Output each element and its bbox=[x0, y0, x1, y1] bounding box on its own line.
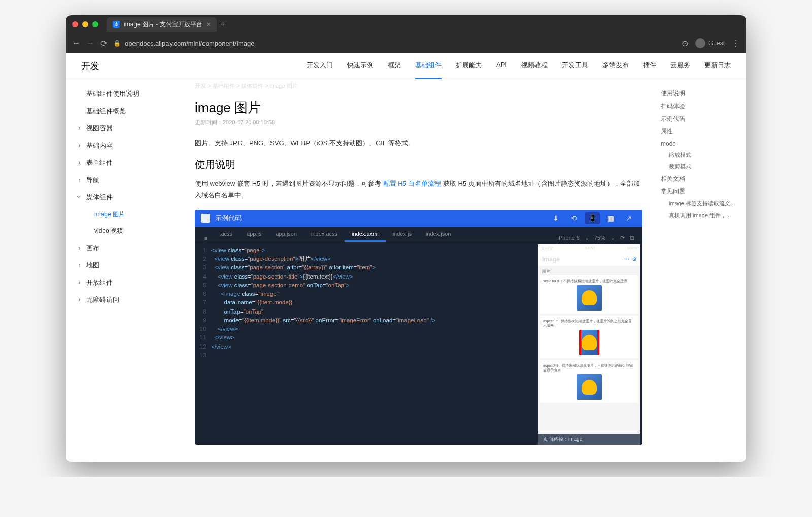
search-icon[interactable]: ⊙ bbox=[682, 39, 688, 48]
url-text: opendocs.alipay.com/mini/component/image bbox=[125, 40, 255, 47]
ide-title: 示例代码 bbox=[215, 214, 242, 223]
qrcode-icon[interactable]: ▦ bbox=[603, 212, 618, 224]
chevron-down-icon[interactable]: ⌄ bbox=[585, 235, 589, 242]
top-nav-item[interactable]: 视频教程 bbox=[521, 53, 548, 79]
forward-button[interactable]: → bbox=[86, 39, 94, 48]
sidebar-item[interactable]: 开放组件 bbox=[66, 274, 183, 291]
ide-panel: 示例代码 ⬇ ⟲ 📱 ▦ ↗ ≡ .acssapp.jsapp.jsoninde… bbox=[195, 210, 642, 445]
top-nav-item[interactable]: 开发工具 bbox=[562, 53, 588, 79]
ide-logo-icon bbox=[201, 214, 210, 223]
ide-toolbar: 示例代码 ⬇ ⟲ 📱 ▦ ↗ bbox=[195, 210, 642, 227]
update-time: 更新时间：2020-07-20 08:10:58 bbox=[195, 119, 642, 126]
ide-file-tab[interactable]: app.json bbox=[268, 227, 304, 242]
toc-subitem[interactable]: image 标签支持读取流文... bbox=[669, 198, 740, 210]
toc-item[interactable]: mode bbox=[661, 138, 740, 149]
whitelist-link[interactable]: 配置 H5 白名单流程 bbox=[383, 180, 442, 187]
avatar-icon bbox=[695, 38, 705, 48]
lock-icon: 🔒 bbox=[113, 40, 121, 47]
phone-icon[interactable]: 📱 bbox=[585, 212, 600, 224]
toc-subitem[interactable]: 缩放模式 bbox=[669, 149, 740, 161]
toc-item[interactable]: 示例代码 bbox=[661, 113, 740, 125]
preview-card: aspectFit：保持纵横比缩放图片，使图片的长边能完全显示出来 bbox=[540, 316, 638, 358]
chevron-down-icon[interactable]: ⌄ bbox=[611, 235, 615, 242]
download-icon[interactable]: ⬇ bbox=[548, 212, 563, 224]
new-tab-button[interactable]: + bbox=[221, 20, 225, 29]
close-tab-icon[interactable]: × bbox=[207, 20, 211, 28]
ide-file-tab[interactable]: .acss bbox=[212, 227, 240, 242]
device-selector[interactable]: iPhone 6 bbox=[558, 235, 580, 241]
toc-item[interactable]: 相关文档 bbox=[661, 173, 740, 185]
toc-item[interactable]: 使用说明 bbox=[661, 87, 740, 100]
sidebar-subitem[interactable]: video 视频 bbox=[94, 223, 183, 239]
sidebar-item[interactable]: 画布 bbox=[66, 239, 183, 257]
sidebar: 基础组件使用说明基础组件概览视图容器基础内容表单组件导航媒体组件image 图片… bbox=[66, 79, 183, 462]
top-nav-item[interactable]: 快速示例 bbox=[347, 53, 374, 79]
grid-icon[interactable]: ⊞ bbox=[630, 235, 634, 242]
top-nav-item[interactable]: 更新日志 bbox=[704, 53, 731, 79]
menu-icon[interactable]: ⋮ bbox=[732, 39, 740, 48]
share-icon[interactable]: ↗ bbox=[621, 212, 636, 224]
profile-button[interactable]: Guest bbox=[695, 38, 725, 48]
toc-subitem[interactable]: 裁剪模式 bbox=[669, 161, 740, 173]
traffic-lights bbox=[72, 21, 98, 27]
top-nav-item[interactable]: 多端发布 bbox=[602, 53, 629, 79]
sidebar-item[interactable]: 导航 bbox=[66, 171, 183, 189]
refresh-icon[interactable]: ⟳ bbox=[620, 235, 625, 242]
tab-title: image 图片 - 支付宝开放平台 bbox=[124, 20, 202, 29]
top-nav-item[interactable]: 云服务 bbox=[670, 53, 690, 79]
device-preview: 支付宝 14:57 100% Image ⋯ ⊙ bbox=[536, 242, 642, 445]
minimize-window-button[interactable] bbox=[82, 21, 88, 27]
toc-item[interactable]: 常见问题 bbox=[661, 185, 740, 198]
top-nav-item[interactable]: 扩展能力 bbox=[456, 53, 482, 79]
ide-file-tab[interactable]: index.axml bbox=[345, 227, 386, 242]
back-button[interactable]: ← bbox=[72, 39, 80, 48]
sidebar-item[interactable]: 基础组件概览 bbox=[66, 102, 183, 120]
close-circle-icon[interactable]: ⊙ bbox=[632, 256, 636, 262]
breadcrumb: 开发 > 基础组件 > 媒体组件 > image 图片 bbox=[195, 79, 642, 93]
section-heading-usage: 使用说明 bbox=[195, 158, 642, 171]
sidebar-item[interactable]: 视图容器 bbox=[66, 120, 183, 137]
usage-paragraph: 使用 webview 嵌套 H5 时，若遇到图片资源不显示问题，可参考 配置 H… bbox=[195, 178, 642, 201]
sidebar-item[interactable]: 无障碍访问 bbox=[66, 291, 183, 308]
top-nav-item[interactable]: 基础组件 bbox=[415, 53, 442, 79]
url-input[interactable]: 🔒 opendocs.alipay.com/mini/component/ima… bbox=[113, 40, 675, 47]
ide-file-tab[interactable]: index.acss bbox=[304, 227, 345, 242]
sidebar-item[interactable]: 地图 bbox=[66, 257, 183, 274]
sidebar-subitem[interactable]: image 图片 bbox=[94, 206, 183, 223]
close-window-button[interactable] bbox=[72, 21, 78, 27]
ide-tabs: ≡ .acssapp.jsapp.jsonindex.acssindex.axm… bbox=[195, 227, 642, 242]
toc-subitem[interactable]: 真机调用 image 组件，... bbox=[669, 210, 740, 221]
sidebar-item[interactable]: 表单组件 bbox=[66, 154, 183, 171]
top-nav: 开发 开发入门快速示例框架基础组件扩展能力API视频教程开发工具多端发布插件云服… bbox=[66, 53, 746, 79]
phone-rotate-icon[interactable]: ⟲ bbox=[566, 212, 582, 224]
reload-button[interactable]: ⟳ bbox=[100, 39, 107, 48]
favicon-icon: 支 bbox=[113, 21, 120, 28]
code-editor[interactable]: 1<view class="page">2 <view class="page-… bbox=[195, 242, 536, 445]
toc-item[interactable]: 属性 bbox=[661, 125, 740, 138]
top-nav-item[interactable]: 框架 bbox=[388, 53, 401, 79]
sidebar-item[interactable]: 基础内容 bbox=[66, 137, 183, 154]
address-bar: ← → ⟳ 🔒 opendocs.alipay.com/mini/compone… bbox=[66, 33, 746, 53]
sidebar-item[interactable]: 基础组件使用说明 bbox=[66, 85, 183, 102]
browser-tab[interactable]: 支 image 图片 - 支付宝开放平台 × bbox=[107, 17, 217, 32]
page-description: 图片。支持 JPG、PNG、SVG、WEBP（iOS 不支持动图）、GIF 等格… bbox=[195, 139, 642, 148]
zoom-level[interactable]: 75% bbox=[594, 235, 605, 241]
preview-section-label: 图片 bbox=[540, 268, 638, 275]
preview-card: aspectFill：保持纵横比缩放图片，只保证图片的短边能完全显示出来 bbox=[540, 360, 638, 403]
maximize-window-button[interactable] bbox=[92, 21, 98, 27]
titlebar: 支 image 图片 - 支付宝开放平台 × + bbox=[66, 15, 746, 33]
top-nav-item[interactable]: 插件 bbox=[643, 53, 656, 79]
toc-item[interactable]: 扫码体验 bbox=[661, 100, 740, 113]
sidebar-item[interactable]: 媒体组件 bbox=[66, 189, 183, 206]
ide-file-tab[interactable]: index.json bbox=[419, 227, 458, 242]
preview-card: scaleToFill：不保持纵横比缩放图片，使图片完全适应 bbox=[540, 275, 638, 314]
hamburger-icon[interactable]: ≡ bbox=[199, 235, 212, 242]
ide-file-tab[interactable]: index.js bbox=[386, 227, 419, 242]
top-nav-item[interactable]: 开发入门 bbox=[307, 53, 333, 79]
brand-title: 开发 bbox=[81, 60, 99, 72]
more-icon[interactable]: ⋯ bbox=[624, 256, 629, 262]
phone-statusbar: 支付宝 14:57 100% bbox=[538, 244, 640, 253]
ide-file-tab[interactable]: app.js bbox=[240, 227, 268, 242]
browser-window: 支 image 图片 - 支付宝开放平台 × + ← → ⟳ 🔒 opendoc… bbox=[66, 15, 746, 462]
top-nav-item[interactable]: API bbox=[496, 53, 507, 79]
